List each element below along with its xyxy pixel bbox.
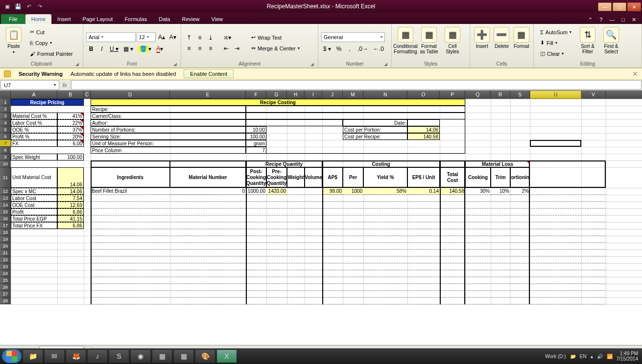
- taskbar-paint-icon[interactable]: 🎨: [195, 349, 215, 363]
- cell-A9[interactable]: Spec Weight: [11, 154, 57, 160]
- number-dialog-icon[interactable]: ◢: [384, 62, 387, 67]
- italic-button[interactable]: I: [97, 44, 107, 54]
- column-header-U[interactable]: U: [530, 91, 581, 99]
- row-header-22[interactable]: 22: [0, 256, 11, 263]
- paste-button[interactable]: 📋Paste▾: [3, 25, 24, 60]
- cell-B9[interactable]: 100.00: [57, 154, 84, 160]
- row-header-4[interactable]: 4: [0, 119, 11, 126]
- row-header-23[interactable]: 23: [0, 263, 11, 270]
- column-header-N[interactable]: N: [363, 91, 407, 99]
- tab-pagelayout[interactable]: Page Layout: [77, 14, 119, 24]
- cell-U7[interactable]: [530, 140, 581, 147]
- column-header-R[interactable]: R: [491, 91, 510, 99]
- orientation-button[interactable]: ⤮▾: [221, 33, 233, 43]
- taskbar-excel-icon[interactable]: X: [216, 349, 237, 363]
- fill-button[interactable]: ⬇Fill▾: [537, 38, 575, 48]
- taskbar-app1-icon[interactable]: ▦: [152, 349, 172, 363]
- row-header-28[interactable]: 28: [0, 297, 11, 304]
- tab-insert[interactable]: Insert: [51, 14, 77, 24]
- clear-button[interactable]: ◫Clear▾: [537, 49, 575, 59]
- row-header-1[interactable]: 1: [0, 99, 11, 106]
- row-header-26[interactable]: 26: [0, 284, 11, 291]
- increase-decimal-button[interactable]: .0→: [356, 44, 370, 54]
- row-header-6[interactable]: 6: [0, 133, 11, 140]
- decrease-indent-button[interactable]: ⇤: [221, 44, 231, 53]
- tray-chevron-icon[interactable]: ▴: [591, 354, 593, 359]
- cell-styles-button[interactable]: ▦Cell Styles: [442, 25, 463, 60]
- row-header-2[interactable]: 2: [0, 106, 11, 113]
- taskbar-chrome-icon[interactable]: ◉: [130, 349, 151, 363]
- column-header-A[interactable]: A: [11, 91, 57, 99]
- merge-center-button[interactable]: ⇔Merge & Center▾: [248, 44, 303, 53]
- close-button[interactable]: ✕: [627, 2, 641, 11]
- undo-icon[interactable]: ↶: [24, 2, 33, 11]
- row-header-9[interactable]: 9: [0, 154, 11, 160]
- conditional-formatting-button[interactable]: ▦Conditional Formatting: [395, 25, 416, 60]
- grow-font-button[interactable]: A▴: [157, 32, 167, 42]
- currency-button[interactable]: $ ▾: [321, 44, 333, 54]
- find-select-button[interactable]: 🔍Find & Select: [600, 25, 622, 60]
- help-icon[interactable]: ?: [597, 16, 604, 24]
- minimize-button[interactable]: —: [598, 2, 612, 11]
- font-name-combo[interactable]: Arial▾: [86, 32, 136, 42]
- taskbar-firefox-icon[interactable]: 🦊: [66, 349, 86, 363]
- tray-folder-icon[interactable]: 📁: [570, 354, 576, 359]
- ribbon-minimize-icon[interactable]: ⌃: [586, 16, 594, 24]
- tab-view[interactable]: View: [206, 14, 229, 24]
- maximize-button[interactable]: □: [613, 2, 626, 11]
- tab-data[interactable]: Data: [153, 14, 176, 24]
- save-icon[interactable]: 💾: [14, 2, 23, 11]
- sort-filter-button[interactable]: ⇅Sort & Filter: [577, 25, 598, 60]
- font-color-button[interactable]: A▾: [154, 44, 165, 54]
- cell-D1[interactable]: Recipe Costing: [91, 99, 465, 106]
- shrink-font-button[interactable]: A▾: [167, 32, 178, 42]
- row-header-25[interactable]: 25: [0, 277, 11, 284]
- font-size-combo[interactable]: 12▾: [137, 32, 156, 42]
- row-header-17[interactable]: 17: [0, 222, 11, 229]
- column-header-S[interactable]: S: [510, 91, 530, 99]
- wrap-text-button[interactable]: ↩Wrap Text: [248, 33, 303, 43]
- column-header-V[interactable]: V: [581, 91, 606, 99]
- column-header-M[interactable]: M: [343, 91, 363, 99]
- row-header-27[interactable]: 27: [0, 291, 11, 297]
- format-cells-button[interactable]: ▦Format: [513, 25, 530, 60]
- column-header-O[interactable]: O: [407, 91, 440, 99]
- delete-cells-button[interactable]: ➖Delete: [493, 25, 510, 60]
- row-header-24[interactable]: 24: [0, 270, 11, 277]
- font-dialog-icon[interactable]: ◢: [173, 62, 177, 67]
- fx-icon[interactable]: fx: [60, 80, 71, 90]
- tray-work-drive[interactable]: Work (D:): [545, 354, 566, 359]
- column-header-E[interactable]: E: [170, 91, 246, 99]
- tab-file[interactable]: File: [1, 14, 25, 24]
- fill-color-button[interactable]: 🪣▾: [136, 44, 153, 54]
- cell-A1[interactable]: Recipe Pricing: [11, 99, 84, 106]
- align-top-button[interactable]: ⤒: [184, 33, 194, 43]
- tab-review[interactable]: Review: [176, 14, 205, 24]
- align-bottom-button[interactable]: ⤓: [206, 33, 215, 43]
- tray-clock[interactable]: 1:49 PM7/15/2014: [617, 351, 639, 362]
- taskbar-skype-icon[interactable]: S: [109, 349, 129, 363]
- formula-bar[interactable]: [71, 80, 642, 90]
- taskbar-app2-icon[interactable]: ▦: [173, 349, 194, 363]
- column-header-J[interactable]: J: [322, 91, 343, 99]
- row-header-12[interactable]: 12: [0, 188, 11, 195]
- row-header-3[interactable]: 3: [0, 113, 11, 119]
- taskbar-itunes-icon[interactable]: ♪: [87, 349, 108, 363]
- align-middle-button[interactable]: ≡: [195, 33, 205, 43]
- column-header-P[interactable]: P: [440, 91, 465, 99]
- name-box[interactable]: U7▾: [0, 80, 59, 90]
- column-header-B[interactable]: B: [57, 91, 84, 99]
- select-all-corner[interactable]: [0, 91, 11, 99]
- tab-formulas[interactable]: Formulas: [119, 14, 153, 24]
- enable-content-button[interactable]: Enable Content: [184, 69, 234, 78]
- clipboard-dialog-icon[interactable]: ◢: [75, 62, 79, 67]
- bold-button[interactable]: B: [86, 44, 96, 54]
- format-painter-button[interactable]: 🖌Format Painter: [26, 49, 76, 59]
- row-header-19[interactable]: 19: [0, 236, 11, 243]
- row-header-20[interactable]: 20: [0, 243, 11, 250]
- column-header-D[interactable]: D: [91, 91, 170, 99]
- align-center-button[interactable]: ≡: [195, 44, 205, 53]
- tab-home[interactable]: Home: [25, 14, 51, 24]
- underline-button[interactable]: U ▾: [108, 44, 120, 54]
- row-header-11[interactable]: 11: [0, 167, 11, 188]
